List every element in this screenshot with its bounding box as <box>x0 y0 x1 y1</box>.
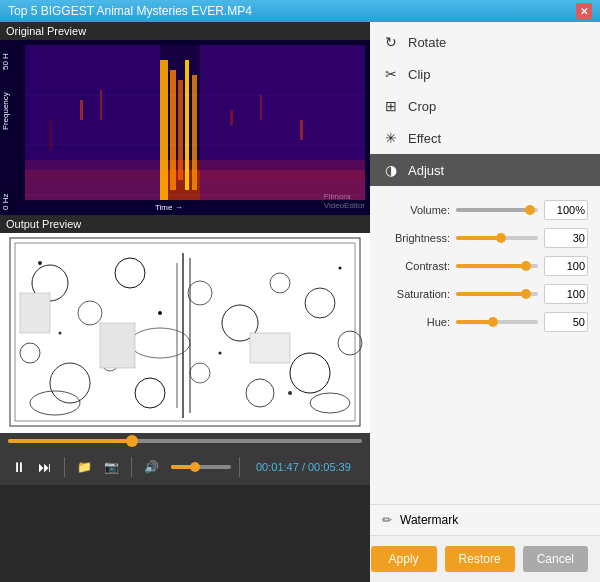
watermark-text: FilmoraVideoEditor <box>324 192 365 210</box>
tool-item-effect[interactable]: ✳ Effect <box>370 122 600 154</box>
contrast-row: Contrast: <box>382 256 588 276</box>
adjust-panel: Volume: Brightness: Contrast: <box>370 190 600 504</box>
svg-point-49 <box>288 391 292 395</box>
svg-rect-8 <box>160 60 168 200</box>
svg-point-50 <box>339 267 342 270</box>
svg-rect-24 <box>0 233 370 433</box>
original-preview-label: Original Preview <box>0 22 370 40</box>
volume-slider[interactable] <box>456 208 538 212</box>
svg-rect-55 <box>250 333 290 363</box>
volume-thumb[interactable] <box>190 462 200 472</box>
brightness-slider-fill <box>456 236 501 240</box>
left-panel: Original Preview 0 Hz Frequency 50 H Tim… <box>0 22 370 582</box>
svg-point-46 <box>59 332 62 335</box>
divider-1 <box>64 457 65 477</box>
brightness-row: Brightness: <box>382 228 588 248</box>
svg-rect-15 <box>80 100 83 120</box>
svg-rect-17 <box>230 110 233 125</box>
hue-label: Hue: <box>382 316 450 328</box>
tool-item-rotate[interactable]: ↻ Rotate <box>370 26 600 58</box>
bottom-buttons: Apply Restore Cancel <box>370 535 600 582</box>
close-button[interactable]: ✕ <box>576 3 592 19</box>
volume-track[interactable] <box>171 465 231 469</box>
watermark-label: Watermark <box>400 513 458 527</box>
volume-slider-fill <box>456 208 530 212</box>
hue-slider[interactable] <box>456 320 538 324</box>
svg-rect-56 <box>100 323 135 368</box>
right-panel: ↻ Rotate ✂ Clip ⊞ Crop ✳ Effect ◑ Adjust <box>370 22 600 582</box>
volume-icon: 🔊 <box>140 458 163 476</box>
svg-rect-19 <box>300 120 303 140</box>
open-folder-button[interactable]: 📁 <box>73 458 96 476</box>
tool-list: ↻ Rotate ✂ Clip ⊞ Crop ✳ Effect ◑ Adjust <box>370 22 600 190</box>
divider-2 <box>131 457 132 477</box>
svg-text:50 H: 50 H <box>1 53 10 70</box>
brightness-input[interactable] <box>544 228 588 248</box>
svg-rect-54 <box>20 293 50 333</box>
output-preview-label: Output Preview <box>0 215 370 233</box>
adjust-icon: ◑ <box>382 161 400 179</box>
svg-text:Time →: Time → <box>155 203 183 212</box>
svg-rect-11 <box>185 60 189 190</box>
saturation-slider-fill <box>456 292 526 296</box>
saturation-label: Saturation: <box>382 288 450 300</box>
tool-label-rotate: Rotate <box>408 35 446 50</box>
svg-rect-9 <box>170 70 176 190</box>
hue-slider-thumb[interactable] <box>488 317 498 327</box>
tool-label-effect: Effect <box>408 131 441 146</box>
volume-label: Volume: <box>382 204 450 216</box>
contrast-label: Contrast: <box>382 260 450 272</box>
progress-thumb[interactable] <box>126 435 138 447</box>
cancel-button[interactable]: Cancel <box>523 546 588 572</box>
screenshot-button[interactable]: 📷 <box>100 458 123 476</box>
output-svg <box>0 233 370 433</box>
tool-label-crop: Crop <box>408 99 436 114</box>
tool-label-clip: Clip <box>408 67 430 82</box>
title-text: Top 5 BIGGEST Animal Mysteries EVER.MP4 <box>8 4 252 18</box>
restore-button[interactable]: Restore <box>445 546 515 572</box>
progress-fill <box>8 439 132 443</box>
svg-rect-13 <box>25 45 160 200</box>
crop-icon: ⊞ <box>382 97 400 115</box>
rotate-icon: ↻ <box>382 33 400 51</box>
hue-input[interactable] <box>544 312 588 332</box>
saturation-slider-thumb[interactable] <box>521 289 531 299</box>
saturation-row: Saturation: <box>382 284 588 304</box>
svg-rect-18 <box>260 95 262 120</box>
saturation-input[interactable] <box>544 284 588 304</box>
contrast-slider-thumb[interactable] <box>521 261 531 271</box>
watermark-section: ✏ Watermark <box>370 504 600 535</box>
svg-rect-20 <box>50 120 52 150</box>
volume-input[interactable] <box>544 200 588 220</box>
progress-bar-area[interactable] <box>0 433 370 449</box>
main-container: Original Preview 0 Hz Frequency 50 H Tim… <box>0 22 600 582</box>
contrast-slider[interactable] <box>456 264 538 268</box>
brightness-slider-thumb[interactable] <box>496 233 506 243</box>
contrast-input[interactable] <box>544 256 588 276</box>
output-preview <box>0 233 370 433</box>
progress-track[interactable] <box>8 439 362 443</box>
clip-icon: ✂ <box>382 65 400 83</box>
contrast-slider-fill <box>456 264 526 268</box>
svg-point-45 <box>38 261 42 265</box>
watermark-icon: ✏ <box>382 513 392 527</box>
svg-point-47 <box>158 311 162 315</box>
step-forward-button[interactable]: ⏭ <box>34 457 56 477</box>
time-display: 00:01:47 / 00:05:39 <box>256 461 351 473</box>
tool-label-adjust: Adjust <box>408 163 444 178</box>
volume-slider-thumb[interactable] <box>525 205 535 215</box>
title-bar: Top 5 BIGGEST Animal Mysteries EVER.MP4 … <box>0 0 600 22</box>
apply-button[interactable]: Apply <box>371 546 437 572</box>
spectrogram-svg: 0 Hz Frequency 50 H Time → <box>0 40 370 215</box>
brightness-slider[interactable] <box>456 236 538 240</box>
saturation-slider[interactable] <box>456 292 538 296</box>
pause-button[interactable]: ⏸ <box>8 457 30 477</box>
divider-3 <box>239 457 240 477</box>
svg-rect-14 <box>200 45 365 200</box>
tool-item-crop[interactable]: ⊞ Crop <box>370 90 600 122</box>
tool-item-adjust[interactable]: ◑ Adjust <box>370 154 600 186</box>
svg-point-48 <box>219 352 222 355</box>
volume-row: Volume: <box>382 200 588 220</box>
svg-rect-12 <box>192 75 197 190</box>
tool-item-clip[interactable]: ✂ Clip <box>370 58 600 90</box>
